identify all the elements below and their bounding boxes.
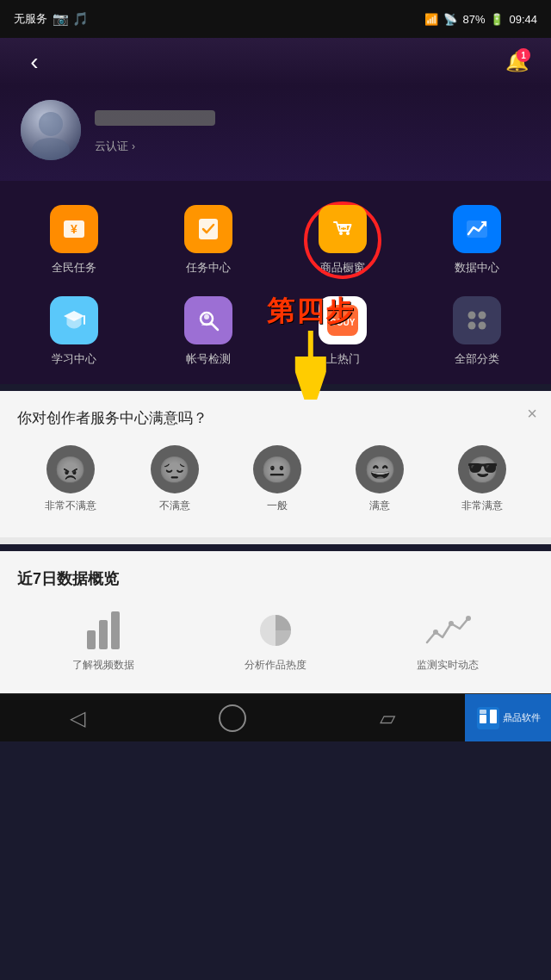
status-right: 📶 📡 87% 🔋 09:44: [424, 13, 537, 26]
notification-button[interactable]: 🔔 1: [499, 45, 534, 79]
zhanghao-icon-wrap: [184, 296, 232, 344]
zhanghao-label: 帐号检测: [186, 351, 231, 367]
svg-rect-32: [480, 710, 486, 714]
svg-point-29: [466, 616, 471, 621]
pie-chart-svg: [257, 611, 294, 649]
shangpin-icon-wrap: [319, 205, 367, 253]
back-icon: ‹: [30, 48, 38, 76]
emoji-good: 😄: [356, 445, 404, 493]
line-chart-svg: [424, 611, 472, 649]
brand-text: 鼎品软件: [503, 711, 541, 724]
menu-item-xuexi[interactable]: 学习中心: [7, 286, 141, 377]
survey-emojis: 😠 非常不满意 😔 不满意 😐 一般 😄 满意 😎 非常满意: [17, 445, 534, 513]
emoji-bad-label: 不满意: [159, 499, 190, 513]
emoji-very-bad-label: 非常不满意: [45, 499, 96, 513]
shangpin-label: 商品橱窗: [320, 260, 365, 276]
name-blur: [95, 107, 215, 129]
menu-item-shangpin[interactable]: 商品橱窗: [276, 195, 410, 286]
profile-info: 云认证 ›: [95, 107, 530, 154]
survey-close-button[interactable]: ×: [527, 405, 537, 422]
survey-option-bad[interactable]: 😔 不满意: [151, 445, 199, 513]
signal-bars: 📶: [424, 13, 438, 26]
shangpin-icon: [329, 215, 356, 243]
nav-recent-icon: ▱: [380, 706, 395, 730]
nav-recent-button[interactable]: ▱: [310, 694, 465, 741]
realtime-label: 监测实时动态: [417, 658, 479, 673]
menu-item-renwu[interactable]: 任务中心: [141, 195, 276, 286]
emoji-very-good-label: 非常满意: [461, 499, 503, 513]
nav-back-button[interactable]: ◁: [0, 694, 155, 741]
menu-item-shuju[interactable]: 数据中心: [410, 195, 544, 286]
emoji-neutral-label: 一般: [267, 499, 288, 513]
svg-point-25: [479, 322, 486, 330]
nav-back-icon: ◁: [70, 706, 85, 730]
profile-section: 云认证 ›: [0, 86, 551, 181]
svg-text:¥: ¥: [71, 222, 77, 236]
profile-verify-button[interactable]: 云认证 ›: [95, 139, 530, 154]
nav-home-button[interactable]: [155, 694, 310, 741]
xuexi-icon: [60, 307, 88, 334]
notification-badge: 1: [517, 48, 530, 62]
bar2: [99, 620, 108, 649]
bar1: [87, 630, 96, 649]
status-left: 无服务 📷🎵: [14, 11, 89, 27]
menu-item-zhanghao[interactable]: 帐号检测: [141, 286, 276, 377]
shuju-icon-wrap: [453, 205, 501, 253]
renwu-icon: [195, 215, 222, 243]
survey-option-very-bad[interactable]: 😠 非常不满意: [45, 445, 96, 513]
zhanghao-icon: [195, 307, 222, 334]
quanmin-icon-wrap: ¥: [50, 205, 98, 253]
svg-point-27: [433, 630, 438, 635]
svg-rect-33: [490, 710, 497, 723]
divider: [0, 537, 551, 544]
svg-point-10: [339, 232, 343, 235]
avatar-image: [21, 100, 81, 160]
top-nav: ‹ 🔔 1: [0, 38, 551, 86]
wifi-icon: 📡: [443, 13, 457, 26]
xuexi-icon-wrap: [50, 296, 98, 344]
quanmin-label: 全民任务: [52, 260, 96, 276]
realtime-icon: [422, 606, 474, 649]
emoji-bad: 😔: [151, 445, 199, 493]
step-arrow-svg: [295, 331, 326, 400]
svg-rect-31: [480, 715, 486, 723]
shuju-icon: [463, 215, 491, 243]
time-label: 09:44: [509, 13, 537, 26]
verify-arrow: ›: [132, 140, 135, 152]
quanbu-icon: [463, 307, 491, 334]
data-item-realtime[interactable]: 监测实时动态: [417, 606, 479, 673]
svg-point-24: [468, 322, 476, 330]
video-data-icon: [77, 606, 129, 649]
svg-line-18: [211, 323, 218, 330]
survey-title: 你对创作者服务中心满意吗？: [17, 408, 534, 428]
data-section-title: 近7日数据概览: [17, 568, 534, 589]
work-heat-icon: [250, 606, 301, 649]
menu-item-quanbu[interactable]: 全部分类: [410, 286, 544, 377]
avatar: [21, 100, 81, 160]
survey-section: × 你对创作者服务中心满意吗？ 😠 非常不满意 😔 不满意 😐 一般 😄 满意 …: [0, 391, 551, 537]
survey-option-very-good[interactable]: 😎 非常满意: [458, 445, 506, 513]
svg-point-22: [468, 312, 476, 319]
quanbu-label: 全部分类: [455, 351, 499, 367]
survey-option-good[interactable]: 😄 满意: [356, 445, 404, 513]
svg-point-19: [204, 314, 209, 319]
survey-option-neutral[interactable]: 😐 一般: [253, 445, 301, 513]
back-button[interactable]: ‹: [17, 45, 52, 79]
menu-item-quanmin[interactable]: ¥ 全民任务: [7, 195, 141, 286]
profile-name: [95, 107, 530, 133]
bar3: [111, 611, 120, 649]
work-heat-label: 分析作品热度: [245, 658, 306, 673]
video-data-label: 了解视频数据: [72, 658, 134, 673]
quanmin-icon: ¥: [60, 215, 88, 243]
svg-point-11: [346, 232, 350, 235]
svg-rect-3: [95, 110, 215, 126]
emoji-good-label: 满意: [369, 499, 390, 513]
step-text: 第四步: [267, 293, 355, 331]
shuju-label: 数据中心: [455, 260, 499, 276]
svg-point-1: [39, 112, 63, 136]
quanbu-icon-wrap: [453, 296, 501, 344]
data-item-heat[interactable]: 分析作品热度: [245, 606, 306, 673]
brand-logo-area: 鼎品软件: [465, 694, 551, 741]
verify-label: 云认证: [95, 139, 128, 154]
data-item-video[interactable]: 了解视频数据: [72, 606, 134, 673]
